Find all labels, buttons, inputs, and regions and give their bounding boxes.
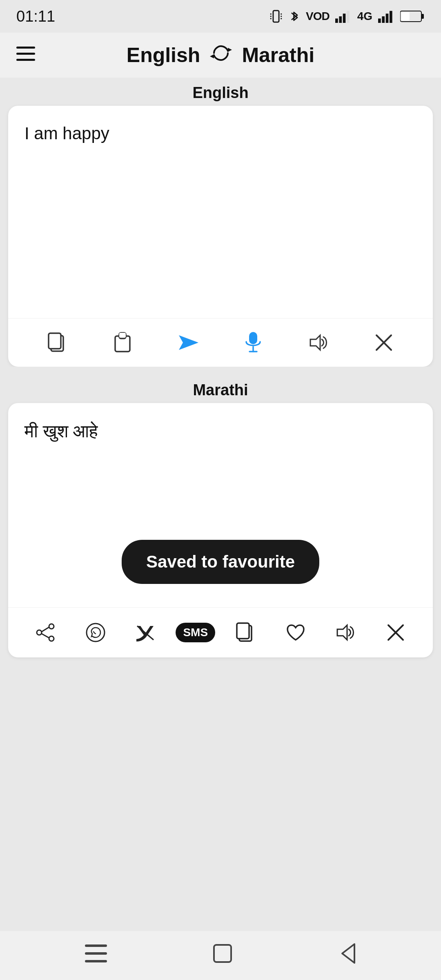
translated-text: मी खुश आहे (24, 421, 98, 441)
svg-line-39 (42, 634, 49, 638)
svg-marker-51 (342, 944, 354, 963)
twitter-icon[interactable] (131, 618, 160, 647)
whatsapp-icon[interactable] (81, 618, 110, 647)
svg-rect-18 (16, 47, 35, 49)
menu-icon[interactable] (16, 45, 35, 65)
source-language-label[interactable]: English (127, 43, 200, 67)
svg-point-35 (49, 624, 54, 629)
sms-badge[interactable]: SMS (176, 623, 215, 642)
svg-rect-8 (339, 16, 342, 23)
result-close-icon[interactable] (381, 618, 410, 647)
favourite-icon[interactable] (281, 618, 310, 647)
svg-rect-19 (16, 53, 35, 55)
4g-icon: 4G (357, 10, 372, 23)
target-section-label: Marathi (0, 375, 441, 403)
svg-rect-47 (85, 944, 107, 947)
target-language-label[interactable]: Marathi (242, 43, 314, 67)
source-section-label: English (0, 78, 441, 106)
svg-rect-50 (214, 945, 231, 962)
svg-rect-27 (119, 333, 126, 338)
sms-icon[interactable]: SMS (181, 618, 210, 647)
result-toolbar: SMS (8, 607, 433, 657)
bottom-navigation (0, 931, 441, 980)
svg-rect-11 (378, 18, 381, 23)
svg-rect-12 (382, 16, 385, 23)
bluetooth-icon (289, 9, 300, 23)
vibrate-icon (269, 9, 283, 23)
svg-point-40 (87, 624, 105, 641)
svg-marker-44 (337, 625, 347, 640)
source-text-area[interactable]: I am happy (8, 106, 433, 318)
svg-rect-13 (386, 13, 389, 23)
app-header: English Marathi (0, 33, 441, 78)
nav-home-icon[interactable] (212, 942, 234, 969)
source-volume-icon[interactable] (304, 328, 333, 357)
svg-point-36 (37, 630, 42, 635)
section-divider (0, 367, 441, 375)
svg-point-37 (49, 636, 54, 641)
language-selector[interactable]: English Marathi (127, 42, 314, 69)
source-text: I am happy (24, 124, 109, 143)
svg-marker-32 (310, 335, 320, 350)
svg-rect-29 (249, 332, 257, 344)
source-toolbar (8, 318, 433, 367)
signal-icon (335, 9, 352, 23)
swap-languages-icon[interactable] (210, 42, 232, 69)
lte-icon: VOD (306, 10, 330, 23)
status-bar: 01:11 VOD 4G (0, 0, 441, 33)
send-icon[interactable] (174, 328, 202, 357)
svg-rect-7 (335, 18, 338, 23)
microphone-icon[interactable] (239, 328, 267, 357)
svg-rect-49 (85, 960, 107, 962)
signal2-icon (378, 9, 394, 23)
svg-rect-0 (273, 11, 279, 22)
status-icons: VOD 4G (269, 9, 425, 23)
svg-rect-20 (16, 59, 35, 61)
svg-rect-9 (343, 13, 345, 23)
svg-rect-43 (237, 623, 249, 639)
svg-marker-28 (179, 335, 198, 350)
copy-icon[interactable] (43, 328, 71, 357)
source-close-icon[interactable] (370, 328, 398, 357)
svg-rect-17 (401, 12, 410, 20)
target-translation-card: मी खुश आहे Saved to favourite SMS (8, 403, 433, 657)
svg-rect-14 (390, 11, 392, 23)
nav-back-icon[interactable] (338, 942, 356, 969)
nav-menu-icon[interactable] (85, 944, 107, 967)
svg-rect-10 (347, 11, 350, 23)
svg-line-38 (42, 627, 49, 632)
result-copy-icon[interactable] (231, 618, 260, 647)
svg-marker-22 (210, 54, 214, 58)
saved-toast: Saved to favourite (122, 540, 319, 584)
status-time: 01:11 (16, 8, 55, 25)
source-translation-card: I am happy (8, 106, 433, 367)
svg-rect-24 (49, 333, 61, 349)
share-icon[interactable] (31, 618, 60, 647)
paste-icon[interactable] (108, 328, 137, 357)
result-volume-icon[interactable] (331, 618, 360, 647)
svg-marker-21 (228, 48, 232, 52)
battery-icon (400, 10, 425, 22)
svg-rect-16 (421, 14, 424, 19)
svg-rect-48 (85, 952, 107, 955)
